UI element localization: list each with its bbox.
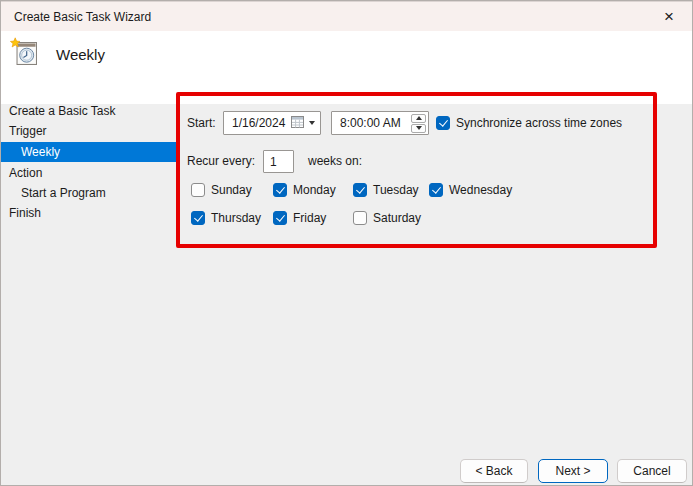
sidebar-item-trigger[interactable]: Trigger [1,121,176,141]
recur-weeks-input[interactable]: 1 [263,150,294,173]
sidebar-item-create-a-basic-task[interactable]: Create a Basic Task [1,101,176,121]
checkbox-icon[interactable] [353,211,367,225]
sync-timezones-label: Synchronize across time zones [456,116,622,130]
day-checkbox-saturday[interactable]: Saturday [353,210,421,226]
recur-every-label: Recur every: [187,150,255,173]
checkbox-icon[interactable] [429,183,443,197]
checkbox-icon[interactable] [191,211,205,225]
day-checkbox-friday[interactable]: Friday [273,210,326,226]
checkbox-icon[interactable] [436,116,450,130]
day-checkbox-sunday[interactable]: Sunday [191,182,252,198]
day-label: Sunday [211,183,252,197]
calendar-icon [291,116,304,131]
cancel-button[interactable]: Cancel [617,459,687,483]
day-label: Tuesday [373,183,419,197]
back-button[interactable]: < Back [460,459,528,483]
day-checkbox-monday[interactable]: Monday [273,182,336,198]
spin-up-icon[interactable] [411,114,426,123]
day-label: Wednesday [449,183,512,197]
start-label: Start: [187,111,216,135]
sidebar-item-action[interactable]: Action [1,163,176,183]
day-label: Saturday [373,211,421,225]
checkbox-icon[interactable] [273,211,287,225]
start-date-value: 1/16/2024 [232,116,291,130]
time-spinner [411,114,426,133]
day-checkbox-tuesday[interactable]: Tuesday [353,182,419,198]
sidebar-item-weekly[interactable]: Weekly [1,142,176,162]
checkbox-icon[interactable] [191,183,205,197]
checkbox-icon[interactable] [353,183,367,197]
sidebar-item-start-a-program[interactable]: Start a Program [1,183,176,203]
page-title: Weekly [56,46,105,63]
start-date-picker[interactable]: 1/16/2024 [223,111,321,135]
weeks-on-label: weeks on: [308,150,362,173]
checkbox-icon[interactable] [273,183,287,197]
next-button[interactable]: Next > [538,459,608,483]
spin-down-icon[interactable] [411,124,426,133]
weekly-trigger-icon [10,37,41,71]
date-dropdown-arrow-icon[interactable] [309,121,315,125]
title-bar: Create Basic Task Wizard × [1,1,692,31]
recur-weeks-value: 1 [270,155,277,169]
day-label: Monday [293,183,336,197]
window-title: Create Basic Task Wizard [1,10,151,24]
sidebar-item-finish[interactable]: Finish [1,203,176,223]
day-label: Thursday [211,211,261,225]
close-icon[interactable]: × [652,2,686,32]
start-time-value: 8:00:00 AM [340,116,411,130]
wizard-header: Weekly [1,31,692,104]
create-basic-task-wizard-dialog: Create Basic Task Wizard × Weekly Create… [0,0,693,486]
day-label: Friday [293,211,326,225]
start-time-spinner-field[interactable]: 8:00:00 AM [331,111,429,135]
sync-timezones-checkbox[interactable]: Synchronize across time zones [436,115,622,131]
day-checkbox-thursday[interactable]: Thursday [191,210,261,226]
day-checkbox-wednesday[interactable]: Wednesday [429,182,512,198]
